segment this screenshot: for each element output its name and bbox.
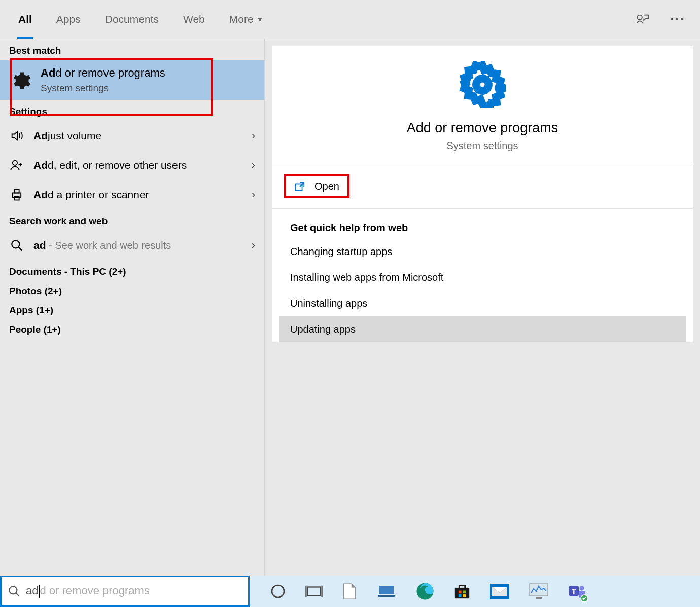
edge-icon[interactable] <box>416 582 434 600</box>
help-link-updating[interactable]: Updating apps <box>279 316 686 342</box>
preview-title: Add or remove programs <box>282 120 683 136</box>
svg-point-22 <box>580 586 584 591</box>
user-plus-icon <box>9 158 24 173</box>
task-view-icon[interactable] <box>305 584 323 599</box>
speaker-icon <box>9 128 24 144</box>
open-external-icon <box>294 181 305 192</box>
app-laptop-icon[interactable] <box>376 584 397 599</box>
svg-point-8 <box>9 586 17 594</box>
search-value: add or remove programs <box>26 584 150 598</box>
chevron-right-icon: › <box>252 129 255 142</box>
svg-rect-19 <box>536 597 542 599</box>
chevron-down-icon: ▼ <box>257 15 264 23</box>
web-result-item[interactable]: ad - See work and web results › <box>0 231 264 260</box>
help-link-uninstall[interactable]: Uninstalling apps <box>272 291 693 316</box>
settings-item-other-users[interactable]: Add, edit, or remove other users › <box>0 151 264 180</box>
chevron-right-icon: › <box>252 188 255 201</box>
svg-text:T: T <box>572 587 576 595</box>
search-icon <box>8 585 21 598</box>
taskbar: add or remove programs T <box>0 576 700 607</box>
open-button[interactable]: Open <box>286 176 347 196</box>
tab-documents[interactable]: Documents <box>93 0 171 39</box>
settings-item-printer[interactable]: Add a printer or scanner › <box>0 180 264 209</box>
mail-icon[interactable] <box>490 584 509 599</box>
svg-point-5 <box>12 240 19 248</box>
svg-rect-10 <box>307 587 321 596</box>
svg-rect-16 <box>463 594 466 597</box>
settings-item-adjust-volume[interactable]: Adjust volume › <box>0 121 264 151</box>
svg-rect-13 <box>459 591 462 594</box>
cortana-icon[interactable] <box>270 583 286 599</box>
svg-rect-14 <box>463 591 466 594</box>
svg-point-9 <box>272 585 284 597</box>
svg-rect-3 <box>14 190 19 193</box>
svg-point-6 <box>476 79 489 91</box>
open-label: Open <box>314 181 339 192</box>
svg-rect-12 <box>455 588 469 598</box>
gear-icon <box>9 66 31 92</box>
search-icon <box>9 238 24 253</box>
preview-panel: Add or remove programs System settings O… <box>265 39 700 576</box>
svg-point-1 <box>13 161 17 165</box>
group-apps[interactable]: Apps (1+) <box>0 299 264 318</box>
search-input[interactable]: add or remove programs <box>0 576 250 607</box>
best-match-item[interactable]: Add or remove programs System settings <box>0 60 264 100</box>
svg-rect-15 <box>459 594 462 597</box>
filter-tabs: All Apps Documents Web More ▼ ••• <box>0 0 700 39</box>
svg-rect-4 <box>14 197 19 200</box>
svg-rect-2 <box>13 193 21 198</box>
settings-label: Settings <box>0 100 264 121</box>
best-match-subtitle: System settings <box>41 83 165 94</box>
tab-web[interactable]: Web <box>171 0 217 39</box>
search-work-web-label: Search work and web <box>0 209 264 231</box>
preview-subtitle: System settings <box>282 140 683 152</box>
best-match-title: Add or remove programs <box>41 66 165 80</box>
teams-icon[interactable]: T <box>568 582 586 600</box>
help-title: Get quick help from web <box>290 222 675 234</box>
tab-more[interactable]: More ▼ <box>217 0 276 39</box>
app-monitor-icon[interactable] <box>529 583 549 600</box>
libreoffice-icon[interactable] <box>342 582 357 600</box>
svg-point-0 <box>638 15 642 19</box>
tab-all[interactable]: All <box>6 0 44 39</box>
more-options-icon[interactable]: ••• <box>670 14 686 25</box>
group-people[interactable]: People (1+) <box>0 318 264 337</box>
feedback-icon[interactable] <box>636 13 650 27</box>
help-link-startup[interactable]: Changing startup apps <box>272 239 693 265</box>
best-match-label: Best match <box>0 39 264 60</box>
tab-apps[interactable]: Apps <box>44 0 93 39</box>
chevron-right-icon: › <box>252 239 255 252</box>
help-link-install[interactable]: Installing web apps from Microsoft <box>272 265 693 291</box>
group-documents[interactable]: Documents - This PC (2+) <box>0 260 264 279</box>
group-photos[interactable]: Photos (2+) <box>0 279 264 299</box>
gear-icon <box>282 61 683 108</box>
results-panel: Best match Add or remove programs System… <box>0 39 265 576</box>
chevron-right-icon: › <box>252 159 255 172</box>
printer-icon <box>9 187 24 202</box>
microsoft-store-icon[interactable] <box>453 583 471 600</box>
tab-more-label: More <box>229 13 254 25</box>
